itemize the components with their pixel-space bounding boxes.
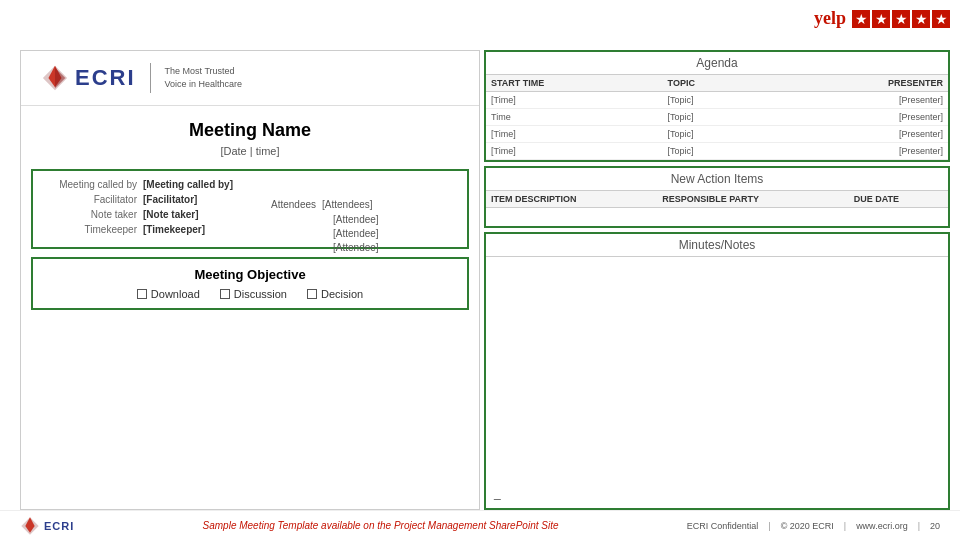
ecri-tagline: The Most TrustedVoice in Healthcare <box>165 65 243 90</box>
meeting-title-area: Meeting Name [Date | time] <box>21 106 479 163</box>
agenda-topic-1: [Topic] <box>663 92 767 109</box>
action-header-row: ITEM DESCRIPTION RESPONSIBLE PARTY DUE D… <box>486 191 948 208</box>
footer-page: 20 <box>930 521 940 531</box>
agenda-presenter-2: [Presenter] <box>767 109 948 126</box>
star-2 <box>872 10 890 28</box>
meeting-info-grid: Meeting called by [Meeting called by] Fa… <box>31 169 469 249</box>
timekeeper-value: [Timekeeper] <box>143 224 205 235</box>
discussion-label: Discussion <box>234 288 287 300</box>
agenda-time-3: [Time] <box>486 126 663 143</box>
right-panel: Agenda START TIME TOPIC PRESENTER [Time]… <box>480 50 950 510</box>
called-by-value: [Meeting called by] <box>143 179 233 190</box>
footer-website: www.ecri.org <box>856 521 908 531</box>
footer-confidential: ECRI Confidential <box>687 521 759 531</box>
download-label: Download <box>151 288 200 300</box>
agenda-presenter-4: [Presenter] <box>767 143 948 160</box>
yelp-stars <box>852 10 950 28</box>
agenda-row-2: Time [Topic] [Presenter] <box>486 109 948 126</box>
discussion-option: Discussion <box>220 288 287 300</box>
agenda-time-2: Time <box>486 109 663 126</box>
footer-ecri-text: ECRI <box>44 520 74 532</box>
attendee-4: [Attendee] <box>333 242 379 253</box>
meeting-objective-box: Meeting Objective Download Discussion De… <box>31 257 469 310</box>
yelp-rating-area: yelp <box>814 8 950 29</box>
agenda-presenter-3: [Presenter] <box>767 126 948 143</box>
agenda-time-4: [Time] <box>486 143 663 160</box>
footer-bar: ECRI Sample Meeting Template available o… <box>0 510 960 540</box>
agenda-table: START TIME TOPIC PRESENTER [Time] [Topic… <box>486 75 948 160</box>
agenda-col-time: START TIME <box>486 75 663 92</box>
action-col-desc: ITEM DESCRIPTION <box>486 191 657 208</box>
note-taker-value: [Note taker] <box>143 209 199 220</box>
agenda-title: Agenda <box>486 52 948 75</box>
timekeeper-label: Timekeeper <box>53 224 143 235</box>
attendee-3: [Attendee] <box>333 228 379 239</box>
action-col-due: DUE DATE <box>849 191 948 208</box>
footer-divider-1: | <box>768 521 770 531</box>
decision-label: Decision <box>321 288 363 300</box>
attendee-1: [Attendees] <box>322 199 373 210</box>
note-taker-row: Note taker [Note taker] <box>53 209 447 220</box>
ecri-header: ECRI The Most TrustedVoice in Healthcare <box>21 51 479 106</box>
decision-checkbox[interactable] <box>307 289 317 299</box>
decision-option: Decision <box>307 288 363 300</box>
action-items-title: New Action Items <box>486 168 948 191</box>
footer-ecri-diamond-icon <box>20 516 40 536</box>
agenda-box: Agenda START TIME TOPIC PRESENTER [Time]… <box>484 50 950 162</box>
note-taker-label: Note taker <box>53 209 143 220</box>
agenda-col-topic: TOPIC <box>663 75 767 92</box>
footer-divider-3: | <box>918 521 920 531</box>
svg-marker-2 <box>55 68 65 89</box>
star-4 <box>912 10 930 28</box>
star-1 <box>852 10 870 28</box>
action-desc-1 <box>486 208 657 226</box>
main-content: ECRI The Most TrustedVoice in Healthcare… <box>20 50 950 510</box>
agenda-topic-4: [Topic] <box>663 143 767 160</box>
notes-title: Minutes/Notes <box>486 234 948 257</box>
facilitator-row: Facilitator [Facilitator] <box>53 194 447 205</box>
sample-text: Sample Meeting Template available on the… <box>203 520 559 531</box>
download-option: Download <box>137 288 200 300</box>
action-due-1 <box>849 208 948 226</box>
minutes-notes-box: Minutes/Notes _ <box>484 232 950 511</box>
called-by-row: Meeting called by [Meeting called by] <box>53 179 447 190</box>
action-table: ITEM DESCRIPTION RESPONSIBLE PARTY DUE D… <box>486 191 948 226</box>
attendees-header-row: Attendees [Attendees] <box>271 199 379 210</box>
footer-copyright: © 2020 ECRI <box>781 521 834 531</box>
attendees-section: Attendees [Attendees] [Attendee] [Attend… <box>271 199 379 253</box>
footer-divider-2: | <box>844 521 846 531</box>
agenda-topic-2: [Topic] <box>663 109 767 126</box>
ecri-brand-text: ECRI <box>75 65 136 91</box>
notes-cursor: _ <box>494 486 501 500</box>
header-divider <box>150 63 151 93</box>
yelp-logo: yelp <box>814 8 846 29</box>
objective-options: Download Discussion Decision <box>47 288 453 300</box>
meeting-document-panel: ECRI The Most TrustedVoice in Healthcare… <box>20 50 480 510</box>
action-party-1 <box>657 208 849 226</box>
ecri-diamond-icon <box>41 64 69 92</box>
attendees-label: Attendees <box>271 199 316 210</box>
meeting-name: Meeting Name <box>41 120 459 141</box>
discussion-checkbox[interactable] <box>220 289 230 299</box>
action-items-box: New Action Items ITEM DESCRIPTION RESPON… <box>484 166 950 228</box>
agenda-topic-3: [Topic] <box>663 126 767 143</box>
download-checkbox[interactable] <box>137 289 147 299</box>
agenda-time-1: [Time] <box>486 92 663 109</box>
agenda-row-1: [Time] [Topic] [Presenter] <box>486 92 948 109</box>
agenda-row-3: [Time] [Topic] [Presenter] <box>486 126 948 143</box>
facilitator-label: Facilitator <box>53 194 143 205</box>
star-5 <box>932 10 950 28</box>
footer-logo-area: ECRI <box>20 516 74 536</box>
facilitator-value: [Facilitator] <box>143 194 197 205</box>
notes-content-area: _ <box>486 257 948 509</box>
attendee-2-row: [Attendee] <box>333 214 379 225</box>
agenda-presenter-1: [Presenter] <box>767 92 948 109</box>
timekeeper-row: Timekeeper [Timekeeper] <box>53 224 447 235</box>
called-by-label: Meeting called by <box>53 179 143 190</box>
action-col-party: RESPONSIBLE PARTY <box>657 191 849 208</box>
star-3 <box>892 10 910 28</box>
meeting-date: [Date | time] <box>41 145 459 157</box>
attendee-4-row: [Attendee] <box>333 242 379 253</box>
agenda-col-presenter: PRESENTER <box>767 75 948 92</box>
ecri-logo-group: ECRI <box>41 64 136 92</box>
